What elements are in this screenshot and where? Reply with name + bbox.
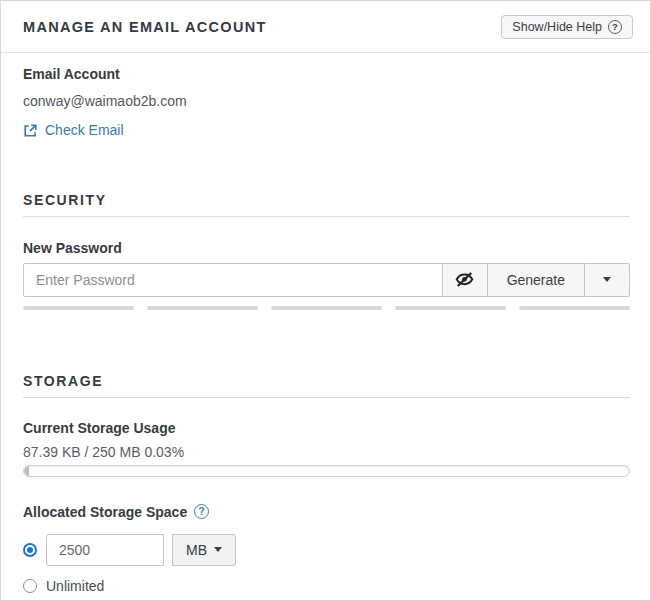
page-title: MANAGE AN EMAIL ACCOUNT (23, 19, 267, 35)
password-input-group: Generate (23, 263, 630, 297)
storage-heading: STORAGE (23, 373, 630, 398)
caret-down-icon (214, 547, 222, 552)
security-section: SECURITY New Password Generate (23, 192, 630, 310)
toggle-password-visibility-button[interactable] (442, 263, 488, 297)
new-password-label: New Password (23, 240, 630, 256)
strength-segment (147, 306, 258, 310)
external-link-icon (23, 123, 38, 138)
unlimited-label: Unlimited (46, 578, 104, 594)
caret-down-icon (603, 277, 611, 282)
generate-options-dropdown-button[interactable] (584, 263, 630, 297)
eye-slash-icon (454, 270, 475, 289)
unlimited-radio[interactable] (23, 579, 37, 593)
allocated-storage-label: Allocated Storage Space (23, 504, 187, 520)
check-email-link[interactable]: Check Email (23, 122, 124, 138)
page-header: MANAGE AN EMAIL ACCOUNT Show/Hide Help ? (1, 1, 650, 53)
allocated-storage-value-input[interactable] (46, 534, 164, 566)
generate-label: Generate (507, 272, 565, 288)
check-email-label: Check Email (45, 122, 124, 138)
current-storage-usage-label: Current Storage Usage (23, 420, 630, 436)
storage-unit-dropdown[interactable]: MB (172, 534, 236, 566)
storage-usage-bar-fill (24, 466, 29, 476)
email-account-label: Email Account (23, 66, 630, 82)
security-heading: SECURITY (23, 192, 630, 217)
allocated-storage-label-row: Allocated Storage Space ? (23, 504, 630, 520)
page-content: Email Account conway@waimaob2b.com Check… (1, 53, 650, 594)
allocated-storage-help-icon[interactable]: ? (194, 504, 209, 519)
generate-password-button[interactable]: Generate (487, 263, 585, 297)
manage-email-account-page: MANAGE AN EMAIL ACCOUNT Show/Hide Help ?… (0, 0, 651, 601)
question-circle-icon: ? (608, 20, 622, 34)
storage-usage-bar (23, 465, 630, 477)
strength-segment (519, 306, 630, 310)
show-hide-help-label: Show/Hide Help (512, 20, 602, 34)
allocated-storage-radio[interactable] (23, 543, 37, 557)
password-input[interactable] (23, 263, 443, 297)
strength-segment (271, 306, 382, 310)
show-hide-help-button[interactable]: Show/Hide Help ? (501, 15, 633, 39)
strength-segment (23, 306, 134, 310)
strength-segment (395, 306, 506, 310)
allocated-storage-option-row: MB (23, 534, 630, 566)
password-strength-meter (23, 306, 630, 310)
storage-section: STORAGE Current Storage Usage 87.39 KB /… (23, 373, 630, 594)
unlimited-option-row: Unlimited (23, 578, 630, 594)
storage-usage-value: 87.39 KB / 250 MB 0.03% (23, 444, 630, 460)
email-address-value: conway@waimaob2b.com (23, 93, 630, 109)
storage-unit-label: MB (186, 542, 207, 558)
